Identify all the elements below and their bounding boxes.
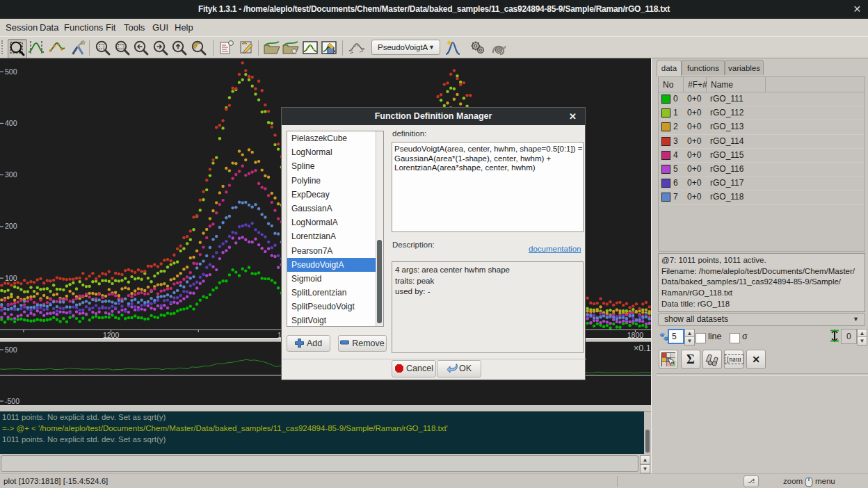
svg-text:×0.1: ×0.1 bbox=[634, 343, 651, 353]
svg-text:300: 300 bbox=[5, 170, 17, 179]
svg-text:500: 500 bbox=[5, 67, 17, 76]
svg-text:100: 100 bbox=[5, 274, 17, 282]
svg-text:500: 500 bbox=[5, 345, 17, 354]
svg-text:1800: 1800 bbox=[627, 331, 644, 339]
svg-text:-500: -500 bbox=[5, 397, 19, 405]
svg-text:200: 200 bbox=[5, 222, 17, 230]
svg-text:1200: 1200 bbox=[103, 331, 120, 339]
svg-text:400: 400 bbox=[5, 119, 17, 127]
